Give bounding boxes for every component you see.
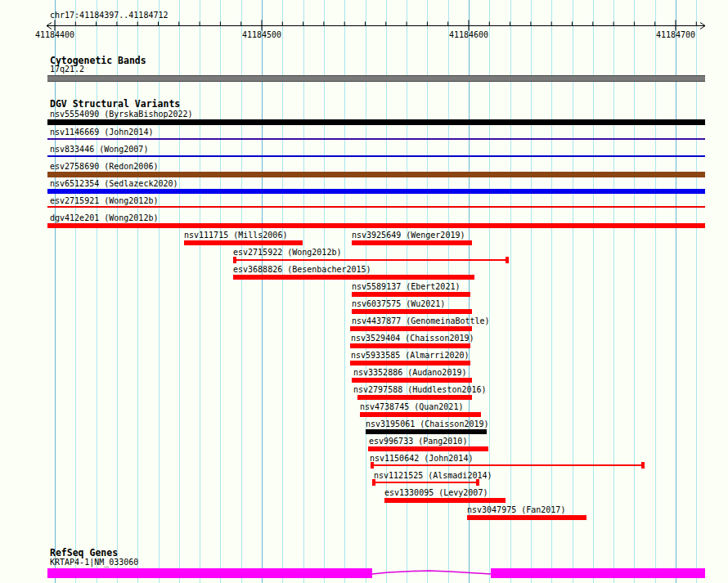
variant-bar[interactable] [47, 172, 705, 177]
variant-label[interactable]: nsv3352886 (Audano2019) [353, 368, 466, 377]
gridline [200, 0, 200, 583]
variant-bar[interactable] [366, 429, 487, 434]
variant-label[interactable]: dgv412e201 (Wong2012b) [50, 213, 158, 222]
variant-label[interactable]: nsv4738745 (Quan2021) [360, 402, 463, 411]
variant-label[interactable]: nsv3925649 (Wenger2019) [352, 231, 465, 240]
variant-label[interactable]: nsv833446 (Wong2007) [50, 145, 148, 154]
refseq-section-header: RefSeq Genes [50, 548, 118, 558]
gridline [137, 0, 138, 583]
variant-bar[interactable] [357, 395, 472, 400]
ruler-tick-label: 41184400 [35, 30, 74, 39]
variant-label[interactable]: nsv3195061 (Chaisson2019) [366, 419, 489, 428]
gridline [324, 0, 325, 583]
gridline [75, 0, 76, 583]
gridline [551, 0, 552, 583]
variant-bar[interactable] [360, 412, 481, 417]
gene-label[interactable]: KRTAP4-1|NM_033060 [50, 558, 138, 567]
variant-bar[interactable] [352, 378, 472, 383]
dgv-section-header: DGV Structural Variants [50, 99, 180, 109]
gridline [696, 0, 697, 583]
variant-label[interactable]: nsv2797588 (Huddleston2016) [353, 385, 487, 394]
variant-bar[interactable] [184, 240, 303, 245]
gridline [573, 0, 573, 583]
variant-label[interactable]: nsv1146669 (John2014) [50, 128, 153, 137]
variant-label[interactable]: esv2715921 (Wong2012b) [50, 196, 158, 205]
variant-label[interactable]: nsv3529404 (Chaisson2019) [351, 334, 474, 343]
gridline [179, 0, 180, 583]
variant-label[interactable]: nsv3047975 (Fan2017) [467, 505, 565, 514]
variant-span-line[interactable] [372, 482, 479, 483]
region-title: chr17:41184397..41184712 [50, 11, 169, 20]
variant-bar[interactable] [47, 223, 705, 228]
variant-bar[interactable] [47, 206, 705, 208]
gridline [655, 0, 656, 583]
gridline [489, 0, 490, 583]
variant-bar[interactable] [467, 515, 586, 520]
gridline [97, 0, 97, 583]
variant-span-line[interactable] [233, 259, 509, 261]
variant-label[interactable]: nsv5589137 (Ebert2021) [352, 282, 460, 291]
variant-label[interactable]: esv1330095 (Levy2007) [384, 488, 488, 497]
variant-label[interactable]: nsv6037575 (Wu2021) [352, 299, 445, 308]
gene-exon[interactable] [491, 568, 705, 578]
gridline [676, 0, 676, 583]
ruler-tick-label: 41184700 [656, 30, 695, 39]
variant-label[interactable]: nsv6512354 (Sedlazeck2020) [50, 179, 178, 188]
variant-label[interactable]: esv996733 (Pang2010) [369, 437, 467, 446]
cytoband-bar[interactable] [47, 75, 705, 82]
variant-bar[interactable] [350, 343, 470, 348]
variant-bar[interactable] [47, 155, 705, 157]
gridline [282, 0, 283, 583]
variant-bar[interactable] [47, 189, 705, 194]
gridline [117, 0, 118, 583]
variant-label[interactable]: nsv1121525 (Alsmadi2014) [374, 471, 492, 480]
variant-label[interactable]: esv2715922 (Wong2012b) [233, 248, 341, 257]
gridline [241, 0, 242, 583]
gridline [593, 0, 594, 583]
gridline [220, 0, 221, 583]
variant-label[interactable]: esv3688826 (Besenbacher2015) [233, 265, 371, 274]
gridline [634, 0, 635, 583]
gridline [344, 0, 345, 583]
variant-bar[interactable] [368, 446, 488, 451]
gridline [303, 0, 304, 583]
gridline [55, 0, 56, 583]
cytoband-label: 17q21.2 [50, 65, 84, 74]
variant-label[interactable]: nsv111715 (Mills2006) [184, 231, 287, 240]
variant-bar[interactable] [47, 119, 705, 125]
gene-exon[interactable] [47, 568, 372, 578]
variant-bar[interactable] [384, 498, 506, 503]
variant-bar[interactable] [233, 275, 474, 280]
genome-browser: chr17:41184397..41184712 411844004118450… [0, 0, 728, 583]
ruler-tick-label: 41184500 [242, 30, 281, 39]
variant-bar[interactable] [350, 326, 472, 331]
variant-label[interactable]: esv2758690 (Redon2006) [50, 162, 158, 171]
variant-bar[interactable] [352, 292, 470, 297]
variant-bar[interactable] [47, 138, 705, 140]
gridline [531, 0, 532, 583]
gridline [159, 0, 160, 583]
gridline [510, 0, 511, 583]
variant-label[interactable]: nsv1150642 (John2014) [370, 454, 473, 463]
variant-label[interactable]: nsv4437877 (GenomeinaBottle) [352, 316, 490, 325]
variant-bar[interactable] [350, 361, 470, 365]
gene-intron-line [372, 571, 491, 574]
variant-bar[interactable] [352, 309, 472, 314]
variant-span-line[interactable] [371, 464, 645, 466]
gridline [613, 0, 614, 583]
ruler-tick-label: 41184600 [449, 30, 488, 39]
variant-bar[interactable] [352, 240, 472, 245]
variant-label[interactable]: nsv5554090 (ByrskaBishop2022) [50, 110, 193, 119]
gridline [262, 0, 263, 583]
variant-label[interactable]: nsv5933585 (Almarri2020) [351, 351, 470, 360]
